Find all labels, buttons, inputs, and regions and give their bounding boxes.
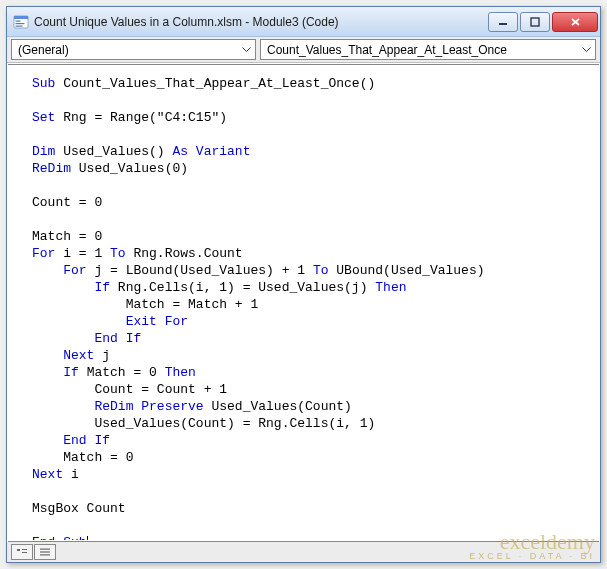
vba-code-window: Count Unique Values in a Column.xlsm - M… — [6, 6, 601, 563]
svg-rect-4 — [16, 25, 23, 26]
full-module-view-button[interactable] — [34, 544, 56, 560]
svg-rect-2 — [16, 20, 21, 21]
object-dropdown[interactable]: (General) — [11, 39, 256, 60]
chevron-down-icon — [239, 42, 253, 58]
procedure-view-button[interactable] — [11, 544, 33, 560]
svg-rect-1 — [14, 16, 28, 19]
chevron-down-icon — [579, 42, 593, 58]
svg-rect-9 — [22, 552, 27, 553]
svg-rect-5 — [499, 23, 507, 25]
procedure-view-icon — [15, 547, 29, 557]
app-icon — [13, 14, 29, 30]
close-icon — [570, 17, 581, 27]
svg-rect-7 — [17, 549, 20, 551]
maximize-button[interactable] — [520, 12, 550, 32]
svg-rect-6 — [531, 18, 539, 26]
maximize-icon — [530, 17, 540, 27]
svg-rect-8 — [22, 549, 27, 550]
procedure-dropdown[interactable]: Count_Values_That_Appear_At_Least_Once — [260, 39, 596, 60]
minimize-icon — [498, 17, 508, 27]
window-controls — [488, 12, 598, 32]
svg-rect-10 — [40, 549, 50, 550]
object-dropdown-value: (General) — [18, 43, 69, 57]
titlebar[interactable]: Count Unique Values in a Column.xlsm - M… — [7, 7, 600, 37]
minimize-button[interactable] — [488, 12, 518, 32]
svg-rect-11 — [40, 551, 50, 552]
svg-rect-3 — [16, 23, 25, 24]
view-mode-bar — [7, 542, 600, 562]
code-text: Sub Count_Values_That_Appear_At_Least_On… — [32, 75, 591, 540]
close-button[interactable] — [552, 12, 598, 32]
procedure-dropdown-value: Count_Values_That_Appear_At_Least_Once — [267, 43, 507, 57]
code-editor[interactable]: Sub Count_Values_That_Appear_At_Least_On… — [8, 64, 599, 540]
dropdown-bar: (General) Count_Values_That_Appear_At_Le… — [7, 37, 600, 63]
full-module-view-icon — [38, 547, 52, 557]
svg-rect-12 — [40, 554, 50, 555]
window-title: Count Unique Values in a Column.xlsm - M… — [34, 15, 488, 29]
